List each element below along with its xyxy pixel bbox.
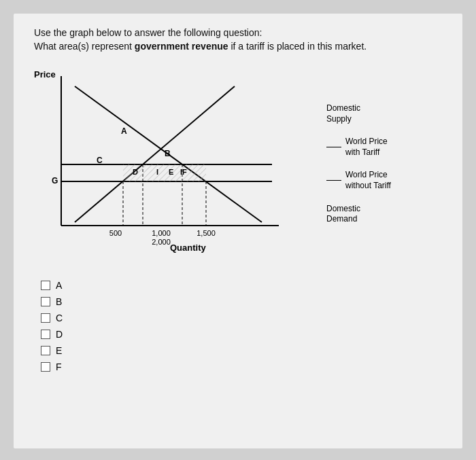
no-tariff-line-indicator xyxy=(326,180,341,181)
label-G: G xyxy=(52,176,58,185)
label-E: E xyxy=(169,168,173,176)
label-I: I xyxy=(156,168,158,176)
question-line2: What area(s) represent government revenu… xyxy=(34,41,442,52)
page-container: Use the graph below to answer the follow… xyxy=(14,14,462,448)
choice-E-label: E xyxy=(56,345,62,356)
tick-1500: 1,500 xyxy=(197,229,216,237)
question-line1: Use the graph below to answer the follow… xyxy=(34,27,442,38)
graph-wrapper: Price xyxy=(34,63,320,273)
label-F: IF xyxy=(180,168,187,176)
world-price-tariff-label: World Pricewith Tariff xyxy=(345,137,388,158)
chart-svg: A B C D I E xyxy=(61,76,292,239)
choice-D[interactable]: D xyxy=(41,329,442,340)
quantity-label: Quantity xyxy=(170,243,206,253)
domestic-supply-label: DomesticSupply xyxy=(326,103,360,124)
world-price-no-tariff-label: World Pricewithout Tariff xyxy=(345,170,391,191)
label-D: D xyxy=(133,168,138,176)
choice-B-label: B xyxy=(56,296,62,307)
choice-F-label: F xyxy=(56,361,62,372)
choice-A[interactable]: A xyxy=(41,280,442,291)
checkbox-E[interactable] xyxy=(41,346,50,355)
choice-C-label: C xyxy=(56,313,63,323)
annotation-domestic-supply: DomesticSupply xyxy=(326,103,391,124)
choices-area: A B C D E F xyxy=(41,280,442,372)
chart-area: A B C D I E xyxy=(61,76,292,239)
choice-B[interactable]: B xyxy=(41,296,442,307)
annotation-world-price-tariff: World Pricewith Tariff xyxy=(326,137,391,158)
annotations-panel: DomesticSupply World Pricewith Tariff Wo… xyxy=(326,63,391,273)
supply-line xyxy=(75,86,235,222)
checkbox-A[interactable] xyxy=(41,281,50,290)
choice-A-label: A xyxy=(56,280,62,291)
label-B: B xyxy=(165,149,171,158)
choice-F[interactable]: F xyxy=(41,361,442,372)
question-line2-bold: government revenue xyxy=(135,41,228,52)
annotation-domestic-demand: DomesticDemand xyxy=(326,204,391,225)
price-label: Price xyxy=(34,69,56,79)
choice-C[interactable]: C xyxy=(41,313,442,323)
annotation-world-price-no-tariff: World Pricewithout Tariff xyxy=(326,170,391,191)
choice-E[interactable]: E xyxy=(41,345,442,356)
question-line2-prefix: What area(s) represent xyxy=(34,41,135,52)
tick-500: 500 xyxy=(109,229,122,237)
choice-D-label: D xyxy=(56,329,63,340)
graph-area: Price xyxy=(34,63,442,273)
tariff-line-indicator xyxy=(326,147,341,147)
label-A: A xyxy=(121,126,127,136)
tick-1000: 1,000 xyxy=(152,229,171,237)
question-line2-suffix: if a tariff is placed in this market. xyxy=(228,41,367,52)
label-C: C xyxy=(97,156,103,165)
domestic-demand-label: DomesticDemand xyxy=(326,204,360,225)
checkbox-C[interactable] xyxy=(41,313,50,323)
tick-2000: 2,000 xyxy=(152,238,171,246)
checkbox-D[interactable] xyxy=(41,330,50,339)
checkbox-B[interactable] xyxy=(41,297,50,306)
checkbox-F[interactable] xyxy=(41,362,50,372)
